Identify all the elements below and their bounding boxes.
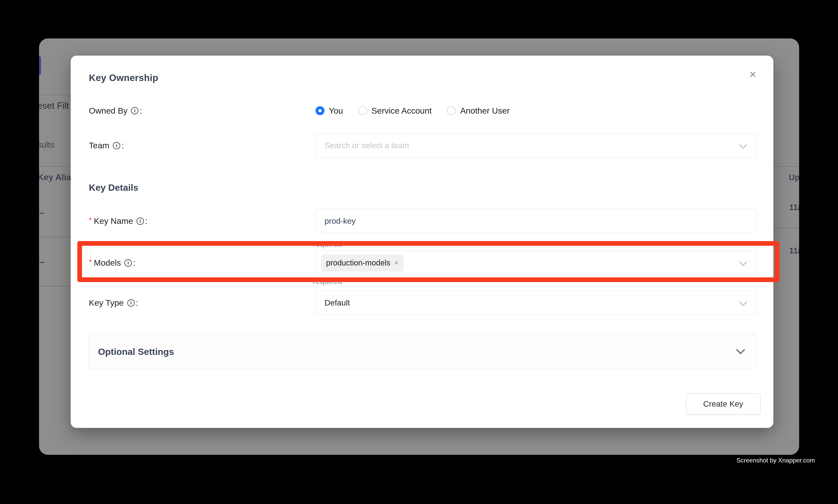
models-label: * Models i : xyxy=(89,258,316,268)
radio-label: Another User xyxy=(460,106,510,115)
info-icon: i xyxy=(113,142,120,149)
selected-model-tag: production-models × xyxy=(321,254,404,271)
create-key-button[interactable]: Create Key xyxy=(686,393,761,415)
key-type-label-text: Key Type xyxy=(89,298,124,308)
models-label-text: Models xyxy=(94,258,121,268)
key-alias-column-header-fragment: Key Alia xyxy=(39,172,71,182)
label-colon: : xyxy=(140,106,142,115)
model-tag-label: production-models xyxy=(326,258,390,267)
screenshot-canvas: eset Filt sults Key Alia – – Up 11/ 11/ … xyxy=(0,0,838,504)
chevron-down-icon xyxy=(739,298,747,306)
clipped-indigo-button-fragment xyxy=(39,56,41,75)
owned-by-label: Owned By i : xyxy=(89,106,316,115)
radio-owned-by-another-user[interactable]: Another User xyxy=(447,106,510,115)
team-label: Team i : xyxy=(89,141,316,150)
table-date-fragment: 11/ xyxy=(789,202,799,212)
table-cell-dash: – xyxy=(39,257,44,267)
close-button[interactable]: ✕ xyxy=(744,66,762,83)
owned-by-label-text: Owned By xyxy=(89,106,127,115)
radio-selected-icon xyxy=(316,106,324,115)
radio-unselected-icon xyxy=(447,106,456,115)
models-required-error: required xyxy=(313,276,342,286)
key-type-row: Key Type i : Default xyxy=(89,291,756,315)
team-select-placeholder: Search or select a team xyxy=(324,141,409,150)
info-icon: i xyxy=(137,217,144,225)
table-date-fragment: 11/ xyxy=(789,246,799,256)
optional-settings-title: Optional Settings xyxy=(98,346,174,357)
chevron-down-icon xyxy=(739,141,747,149)
table-divider xyxy=(39,286,71,287)
key-type-selected-value: Default xyxy=(324,298,350,307)
key-details-section-title: Key Details xyxy=(89,182,138,193)
team-label-text: Team xyxy=(89,141,109,150)
info-icon: i xyxy=(124,259,132,267)
radio-owned-by-service-account[interactable]: Service Account xyxy=(358,106,432,115)
owned-by-row: Owned By i : You Service Account Another… xyxy=(89,104,756,117)
table-divider xyxy=(39,237,71,237)
team-row: Team i : Search or select a team xyxy=(89,133,756,158)
table-divider xyxy=(39,95,71,95)
radio-unselected-icon xyxy=(358,106,367,115)
key-type-label: Key Type i : xyxy=(89,298,316,308)
models-row: * Models i : production-models × xyxy=(89,251,756,275)
table-cell-dash: – xyxy=(39,208,44,218)
required-asterisk: * xyxy=(89,258,92,267)
key-name-row: * Key Name i : prod-key xyxy=(89,209,756,233)
radio-label: You xyxy=(329,106,343,115)
key-name-input[interactable]: prod-key xyxy=(316,209,756,233)
table-divider xyxy=(773,166,799,167)
key-name-label-text: Key Name xyxy=(94,216,133,226)
label-colon: : xyxy=(145,216,147,226)
owned-by-radio-group: You Service Account Another User xyxy=(316,106,756,115)
table-divider xyxy=(773,228,799,228)
radio-label: Service Account xyxy=(372,106,432,115)
info-icon: i xyxy=(127,299,135,307)
models-multiselect[interactable]: production-models × xyxy=(316,251,756,275)
xnapper-watermark: Screenshot by Xnapper.com xyxy=(736,457,815,464)
key-name-label: * Key Name i : xyxy=(89,216,316,226)
updated-at-column-header-fragment: Up xyxy=(789,173,799,182)
tag-remove-icon[interactable]: × xyxy=(394,259,398,267)
radio-owned-by-you[interactable]: You xyxy=(316,106,343,115)
table-divider xyxy=(39,166,71,167)
chevron-down-icon xyxy=(736,345,745,355)
key-name-value: prod-key xyxy=(324,216,356,226)
team-select[interactable]: Search or select a team xyxy=(316,133,756,158)
label-colon: : xyxy=(136,298,138,308)
key-name-required-error: required xyxy=(313,239,342,249)
info-icon: i xyxy=(131,107,139,114)
label-colon: : xyxy=(122,141,124,150)
optional-settings-collapse-header[interactable]: Optional Settings xyxy=(88,334,757,369)
label-colon: : xyxy=(133,258,135,268)
key-type-select[interactable]: Default xyxy=(316,291,756,315)
close-icon: ✕ xyxy=(749,69,756,80)
chevron-down-icon xyxy=(739,258,747,266)
modal-title: Key Ownership xyxy=(89,72,158,83)
required-asterisk: * xyxy=(89,216,92,225)
reset-filters-fragment: eset Filt xyxy=(39,101,69,111)
results-count-fragment: sults xyxy=(39,140,54,150)
create-key-modal: Key Ownership ✕ Owned By i : You Service… xyxy=(71,56,773,428)
